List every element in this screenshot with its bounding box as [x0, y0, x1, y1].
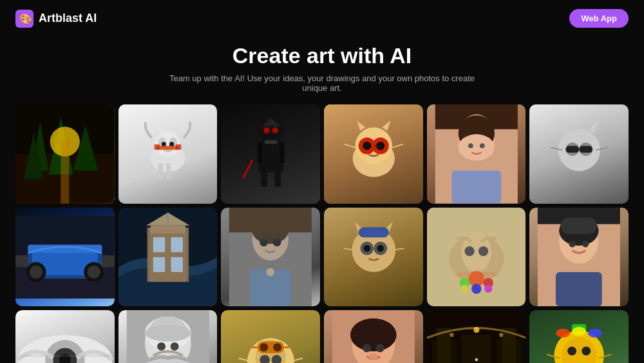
svg-point-168 — [582, 346, 591, 355]
svg-rect-26 — [279, 142, 285, 164]
svg-rect-9 — [61, 142, 69, 204]
svg-point-111 — [460, 285, 468, 293]
svg-rect-58 — [579, 146, 592, 152]
gallery-item[interactable] — [529, 310, 629, 363]
svg-rect-117 — [561, 217, 597, 234]
svg-point-141 — [260, 343, 268, 351]
logo-icon: 🎨 — [15, 10, 33, 28]
svg-point-39 — [363, 141, 371, 150]
gallery-item[interactable] — [118, 104, 218, 204]
svg-rect-94 — [358, 228, 388, 238]
gallery-item[interactable] — [118, 208, 218, 307]
svg-rect-20 — [155, 144, 160, 150]
gallery-item[interactable] — [427, 104, 526, 204]
svg-point-97 — [363, 245, 370, 251]
svg-line-42 — [344, 144, 355, 147]
web-app-button[interactable]: Web App — [569, 9, 629, 28]
gallery-item[interactable] — [324, 208, 423, 307]
hero-section: Create art with AI Team up with the AI! … — [0, 37, 644, 104]
svg-point-52 — [558, 129, 600, 171]
logo-text: Artblast AI — [39, 12, 97, 25]
svg-point-160 — [450, 333, 453, 337]
svg-rect-79 — [171, 237, 182, 252]
logo: 🎨 Artblast AI — [15, 10, 97, 28]
svg-text:🎨: 🎨 — [19, 13, 32, 25]
gallery-item[interactable] — [324, 104, 423, 204]
svg-point-159 — [473, 327, 479, 333]
svg-marker-54 — [589, 119, 600, 133]
svg-point-30 — [272, 128, 278, 134]
svg-rect-25 — [257, 142, 262, 164]
svg-point-29 — [263, 128, 270, 134]
svg-marker-36 — [382, 121, 390, 131]
svg-rect-18 — [166, 164, 171, 180]
svg-rect-21 — [176, 144, 182, 150]
svg-point-90 — [267, 268, 275, 276]
svg-point-171 — [556, 329, 570, 338]
svg-rect-57 — [565, 146, 579, 152]
svg-rect-51 — [451, 170, 501, 203]
svg-point-119 — [582, 240, 589, 247]
svg-rect-24 — [258, 142, 283, 173]
svg-point-118 — [569, 240, 576, 247]
gallery-item[interactable] — [427, 310, 526, 363]
svg-point-112 — [484, 285, 492, 293]
svg-point-132 — [170, 342, 178, 351]
svg-point-88 — [256, 232, 285, 240]
svg-marker-35 — [357, 121, 365, 131]
svg-rect-147 — [350, 319, 397, 351]
svg-rect-17 — [158, 164, 163, 180]
svg-rect-80 — [153, 257, 164, 272]
gallery-item[interactable] — [221, 310, 320, 363]
svg-point-104 — [464, 246, 474, 256]
gallery-item[interactable] — [221, 208, 320, 307]
svg-point-110 — [471, 284, 481, 293]
svg-marker-53 — [559, 119, 569, 133]
svg-line-32 — [243, 160, 252, 179]
svg-point-150 — [368, 353, 378, 360]
svg-rect-28 — [274, 172, 281, 187]
svg-rect-72 — [148, 227, 187, 282]
svg-point-48 — [458, 134, 494, 161]
svg-point-149 — [376, 344, 384, 353]
svg-point-50 — [480, 143, 485, 148]
svg-rect-81 — [171, 257, 182, 272]
svg-point-49 — [468, 143, 473, 148]
gallery-item[interactable] — [529, 104, 629, 204]
gallery-item[interactable] — [324, 310, 423, 363]
gallery-grid — [0, 104, 644, 363]
svg-point-69 — [87, 265, 100, 278]
svg-point-142 — [273, 343, 281, 351]
svg-point-172 — [588, 329, 602, 338]
svg-rect-78 — [153, 237, 164, 252]
gallery-item[interactable] — [221, 104, 320, 204]
gallery-item[interactable] — [427, 208, 526, 307]
hero-subtitle: Team up with the AI! Use your ideas, you… — [167, 74, 477, 93]
svg-point-131 — [157, 342, 166, 351]
gallery-item[interactable] — [15, 208, 115, 307]
gallery-item[interactable] — [529, 208, 629, 307]
svg-point-148 — [363, 344, 371, 353]
svg-point-67 — [30, 265, 43, 278]
svg-point-130 — [145, 325, 191, 342]
svg-rect-120 — [556, 272, 602, 307]
gallery-item[interactable] — [15, 104, 115, 204]
svg-point-167 — [567, 346, 576, 355]
svg-line-43 — [392, 144, 403, 147]
svg-point-163 — [475, 358, 478, 362]
svg-point-105 — [478, 246, 488, 256]
svg-point-98 — [377, 245, 383, 251]
hero-title: Create art with AI — [13, 43, 631, 68]
gallery-item[interactable] — [15, 310, 115, 363]
svg-point-173 — [572, 327, 586, 336]
svg-point-161 — [499, 333, 503, 337]
svg-rect-27 — [261, 172, 267, 187]
svg-rect-31 — [265, 141, 277, 144]
gallery-item[interactable] — [118, 310, 218, 363]
